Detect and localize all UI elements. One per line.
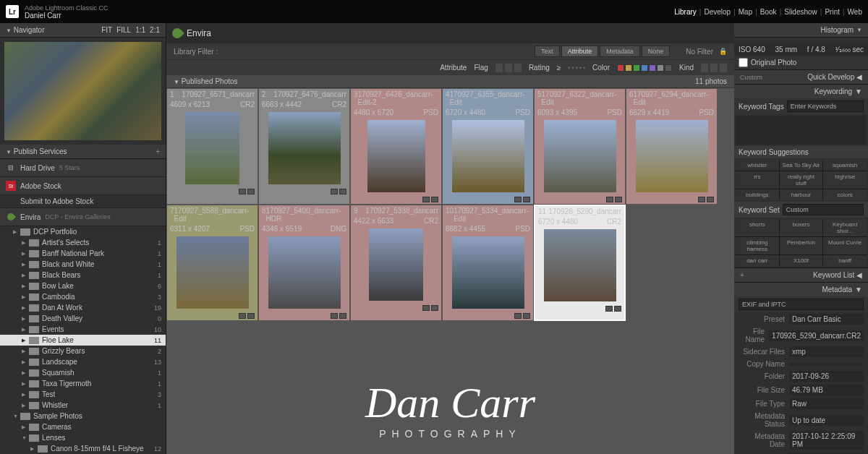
photo-cell[interactable]: 6170927_6294_dancarr-Edit6629 x 4419PSD	[626, 88, 718, 205]
metadata-value[interactable]: 2017-09-26	[789, 371, 864, 382]
folder-item[interactable]: ▶Dan At Work19	[0, 302, 166, 313]
metadata-value[interactable]	[789, 363, 864, 366]
publish-service[interactable]: Envira DCP - Envira Galleries	[0, 208, 166, 226]
photo-cell[interactable]: 10170927_5334_dancarr-Edit6682 x 4455PSD	[442, 205, 534, 321]
folder-item[interactable]: ▶Artist's Selects1	[0, 237, 166, 248]
badge-icon[interactable]	[239, 313, 246, 319]
keyword-suggestion[interactable]: harbour	[780, 189, 823, 200]
badge-icon[interactable]	[698, 197, 705, 202]
color-swatch[interactable]	[625, 64, 632, 72]
keyword-set-item[interactable]: boxers	[780, 219, 823, 236]
keyword-list-header[interactable]: +Keyword List ◀	[734, 268, 868, 282]
photo-cell[interactable]: 9170927_5338_dancarr4422 x 6633CR2	[350, 205, 442, 321]
keyword-tags-input[interactable]: Enter Keywords	[787, 100, 864, 112]
filter-attribute[interactable]: Attribute	[561, 46, 599, 57]
keyword-suggestion[interactable]: Sea To Sky Air	[780, 160, 823, 171]
metadata-value[interactable]: 170926_5290_dancarr.CR2	[769, 330, 864, 341]
photo-cell[interactable]: 11170926_5290_dancarr6720 x 4480CR2	[534, 205, 626, 321]
filter-none[interactable]: None	[642, 46, 671, 57]
badge-icon[interactable]	[339, 189, 346, 194]
badge-icon[interactable]	[422, 197, 430, 202]
folder-item[interactable]: ▶Landscape13	[0, 356, 166, 367]
keyword-set-item[interactable]: climbing harness	[736, 237, 779, 254]
preset-value[interactable]: Dan Carr Basic	[789, 314, 864, 325]
module-library[interactable]: Library	[674, 8, 697, 16]
metadata-view-select[interactable]: EXIF and IPTC	[739, 299, 864, 310]
color-swatch[interactable]	[665, 64, 672, 72]
module-book[interactable]: Book	[760, 8, 777, 16]
folder-item[interactable]: ▶Banff National Park1	[0, 248, 166, 259]
lock-icon[interactable]: 🔒	[719, 48, 727, 55]
folder-item[interactable]: ▶Bow Lake6	[0, 280, 166, 291]
color-filters[interactable]	[617, 64, 672, 72]
publish-services-header[interactable]: ▼ Publish Services +	[0, 145, 166, 159]
badge-icon[interactable]	[431, 305, 438, 311]
rating-filter[interactable]: •••••	[568, 64, 585, 72]
folder-item[interactable]: ▶Squamish1	[0, 367, 166, 378]
photo-cell[interactable]: 5170927_6322_dancarr-Edit6093 x 4395PSD	[534, 88, 626, 205]
publish-service[interactable]: StAdobe Stock	[0, 177, 166, 195]
photo-cell[interactable]: 8170927_5400_dancarr-HDR4346 x 6519DNG	[258, 205, 350, 321]
keyword-suggestion[interactable]: highrise	[823, 171, 867, 189]
color-swatch[interactable]	[649, 64, 656, 72]
metadata-value[interactable]: 2017-10-12 2:25:09 PM	[789, 431, 864, 450]
filter-text[interactable]: Text	[535, 46, 560, 57]
badge-icon[interactable]	[606, 197, 613, 202]
keyword-suggestion[interactable]: colors	[823, 189, 867, 200]
no-filter-preset[interactable]: No Filter	[686, 48, 713, 56]
folder-item[interactable]: ▼Lenses	[0, 432, 166, 443]
keyword-suggestion[interactable]: rrs	[736, 171, 779, 189]
keyword-suggestion[interactable]: buildings	[736, 189, 779, 200]
metadata-value[interactable]: Up to date	[789, 415, 864, 426]
publish-service[interactable]: ⊟Hard Drive 5 Stars	[0, 159, 166, 177]
metadata-header[interactable]: Metadata ▼	[734, 283, 868, 296]
flag-filters[interactable]	[495, 64, 522, 72]
navigator-header[interactable]: ▼ Navigator FITFILL1:12:1	[0, 23, 166, 38]
nav-zoom-fill[interactable]: FILL	[116, 26, 131, 34]
photo-cell[interactable]: 3170927_6426_dancarr-Edit-24480 x 6720PS…	[350, 88, 442, 205]
keyword-suggestion[interactable]: whistler	[736, 160, 779, 171]
photo-cell[interactable]: 1170927_6571_dancarr4609 x 6213CR2	[166, 88, 258, 205]
color-swatch[interactable]	[633, 64, 640, 72]
badge-icon[interactable]	[339, 313, 346, 319]
keyword-set-item[interactable]: Pemberton	[780, 237, 823, 254]
nav-zoom-2:1[interactable]: 2:1	[150, 26, 160, 34]
badge-icon[interactable]	[247, 189, 255, 194]
folder-item[interactable]: ▼Sample Photos	[0, 411, 166, 421]
publish-service[interactable]: Submit to Adobe Stock	[0, 195, 166, 208]
folder-item[interactable]: ▶Death Valley0	[0, 313, 166, 324]
metadata-value[interactable]: Raw	[789, 398, 864, 409]
color-swatch[interactable]	[617, 64, 624, 72]
color-swatch[interactable]	[641, 64, 648, 72]
keyword-set-item[interactable]: shorts	[736, 219, 779, 236]
folder-item[interactable]: ▶Events10	[0, 324, 166, 335]
nav-zoom-1:1[interactable]: 1:1	[135, 26, 145, 34]
keyword-set-item[interactable]: Keyboard shor...	[823, 219, 867, 236]
photo-cell[interactable]: 4170927_6355_dancarr-Edit6720 x 4480PSD	[442, 88, 534, 205]
histogram-header[interactable]: Histogram ▼	[734, 23, 868, 38]
badge-icon[interactable]	[422, 305, 430, 311]
original-photo-toggle[interactable]: Original Photo	[734, 56, 868, 69]
badge-icon[interactable]	[331, 313, 338, 319]
photo-cell[interactable]: 2170927_6476_dancarr6663 x 4442CR2	[258, 88, 350, 205]
keyword-suggestion[interactable]: really right stuff	[780, 171, 823, 189]
keyword-suggestion[interactable]: squamish	[823, 160, 867, 171]
folder-item[interactable]: ▶Cameras	[0, 421, 166, 432]
folder-item[interactable]: ▶Whistler1	[0, 400, 166, 411]
badge-icon[interactable]	[614, 306, 621, 312]
folder-item[interactable]: ▶Canon 8-15mm f/4 L Fisheye12	[0, 443, 166, 454]
filter-metadata[interactable]: Metadata	[600, 46, 640, 57]
nav-zoom-fit[interactable]: FIT	[101, 26, 112, 34]
metadata-value[interactable]: 46.79 MB	[789, 385, 864, 395]
folder-item[interactable]: ▶Black Bears1	[0, 270, 166, 280]
folder-item[interactable]: ▶Black and White1	[0, 259, 166, 270]
folder-item[interactable]: ▶Taxa Tigermoth1	[0, 378, 166, 389]
folder-item[interactable]: ▶Cambodia3	[0, 291, 166, 302]
keyword-set-item[interactable]: X100f	[780, 255, 823, 266]
badge-icon[interactable]	[615, 197, 622, 202]
kind-filters[interactable]	[701, 64, 727, 72]
folder-item[interactable]: ▶Test3	[0, 389, 166, 400]
folder-item[interactable]: ▶Floe Lake11	[0, 335, 166, 346]
badge-icon[interactable]	[523, 313, 530, 319]
color-swatch[interactable]	[657, 64, 664, 72]
